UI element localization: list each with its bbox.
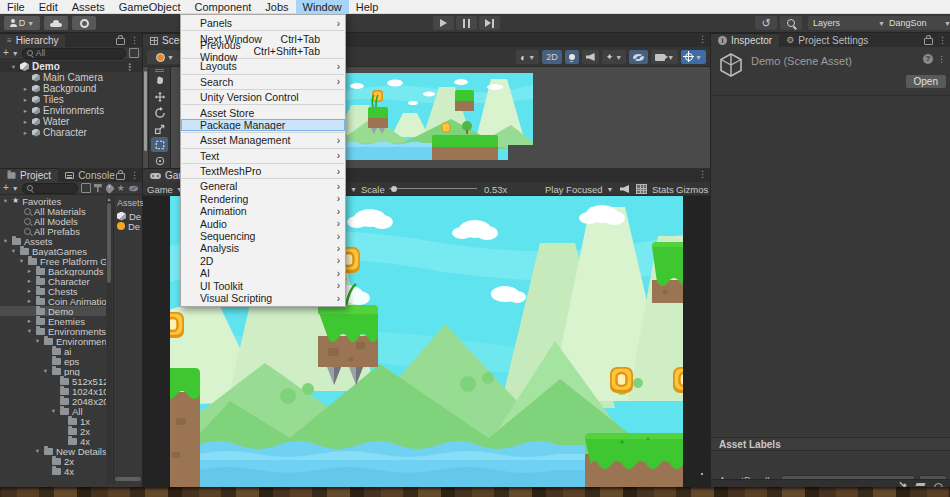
project-search-input[interactable] bbox=[22, 183, 78, 194]
draw-mode-dropdown[interactable]: ◐▼ bbox=[516, 50, 539, 64]
hierarchy-item[interactable]: ▸ Water bbox=[0, 116, 142, 127]
lock-icon[interactable] bbox=[924, 38, 933, 45]
project-tree-item[interactable]: ▾ png bbox=[0, 366, 106, 376]
undo-history-button[interactable]: ↺ bbox=[755, 16, 777, 30]
lock-icon[interactable] bbox=[116, 173, 125, 180]
project-tree-item[interactable]: ▸ Character bbox=[0, 276, 106, 286]
play-button[interactable] bbox=[433, 16, 454, 30]
menu-item[interactable]: Rendering › bbox=[181, 193, 345, 205]
project-asset-item[interactable]: De bbox=[114, 211, 144, 221]
2d-toggle[interactable]: 2D bbox=[542, 50, 562, 64]
project-tree-item[interactable]: ai bbox=[0, 346, 106, 356]
transform-tool-button[interactable] bbox=[151, 153, 168, 168]
menu-item[interactable]: Analysis › bbox=[181, 242, 345, 254]
menubar-item[interactable]: Help bbox=[349, 0, 386, 14]
panel-menu-icon[interactable]: ⋮ bbox=[938, 35, 947, 45]
project-tree-item[interactable]: 1x bbox=[0, 416, 106, 426]
scale-slider[interactable] bbox=[389, 188, 477, 189]
project-tree-item[interactable]: ▸ Coin Animation bbox=[0, 296, 106, 306]
menu-item[interactable]: Previous Window Ctrl+Shift+Tab bbox=[181, 45, 345, 57]
pause-button[interactable] bbox=[456, 16, 477, 30]
add-gameobject-button[interactable]: + bbox=[3, 48, 9, 58]
menu-item[interactable]: Sequencing › bbox=[181, 230, 345, 242]
tab-inspector[interactable]: Inspector bbox=[711, 33, 779, 47]
tools-grip[interactable] bbox=[149, 67, 170, 72]
tab-project-settings[interactable]: ⚙ Project Settings bbox=[779, 34, 875, 47]
hierarchy-item[interactable]: ▸ Character bbox=[0, 127, 142, 138]
play-focused-dropdown[interactable]: Play Focused ▼ bbox=[545, 184, 614, 195]
menubar-item[interactable]: Assets bbox=[65, 0, 112, 14]
effects-dropdown[interactable]: ✦▼ bbox=[602, 50, 626, 64]
gizmos-dropdown[interactable]: ▼ bbox=[681, 50, 706, 64]
rect-tool-button[interactable] bbox=[151, 137, 168, 152]
project-tree-item[interactable]: 4x bbox=[0, 436, 106, 446]
project-tree-item[interactable]: 512x512 bbox=[0, 376, 106, 386]
create-asset-button[interactable]: + bbox=[3, 183, 9, 193]
project-tree-item[interactable]: 2x bbox=[0, 426, 106, 436]
scene-menu-icon[interactable]: ⋮ bbox=[125, 62, 134, 72]
menu-item[interactable]: 2D › bbox=[181, 255, 345, 267]
game-mode-dropdown[interactable]: Game ▼ bbox=[147, 184, 183, 195]
column-hscrollbar[interactable] bbox=[115, 477, 141, 481]
project-tree-item[interactable]: eps bbox=[0, 356, 106, 366]
menu-item[interactable]: Layouts › bbox=[181, 60, 345, 72]
menu-item[interactable]: Panels › bbox=[181, 17, 345, 29]
project-tree-item[interactable]: 2048x20 bbox=[0, 396, 106, 406]
project-tree-item[interactable]: ▾ All bbox=[0, 406, 106, 416]
mute-audio-icon[interactable] bbox=[620, 185, 629, 193]
favorites-filter-icon[interactable]: ★ bbox=[117, 184, 125, 192]
services-button[interactable] bbox=[72, 16, 96, 30]
menu-item[interactable]: Unity Version Control bbox=[181, 91, 345, 103]
project-tree-item[interactable]: ▾ Assets bbox=[0, 236, 106, 246]
project-tree-item[interactable]: ▸ Backgrounds bbox=[0, 266, 106, 276]
scale-slider-knob[interactable] bbox=[391, 186, 397, 192]
scene-vscrollbar[interactable] bbox=[144, 71, 147, 151]
menu-item[interactable]: Text › bbox=[181, 150, 345, 162]
menubar-item[interactable]: Component bbox=[187, 0, 258, 14]
scale-tool-button[interactable] bbox=[151, 121, 168, 136]
search-everywhere-button[interactable] bbox=[780, 16, 802, 30]
project-tree-item[interactable]: ▾ New Details ( bbox=[0, 446, 106, 456]
menu-item[interactable]: Asset Store bbox=[181, 106, 345, 118]
hidden-packages-icon[interactable] bbox=[129, 185, 138, 191]
project-tree-item[interactable]: All Prefabs bbox=[0, 226, 106, 236]
menubar-item[interactable]: Window bbox=[296, 0, 349, 14]
project-tree-item[interactable]: ▸ Enemies bbox=[0, 316, 106, 326]
menu-item[interactable]: UI Toolkit › bbox=[181, 279, 345, 291]
hierarchy-item[interactable]: ▸ Background bbox=[0, 83, 142, 94]
chevron-down-icon[interactable]: ▼ bbox=[12, 185, 19, 192]
lighting-toggle[interactable] bbox=[565, 50, 579, 64]
lock-icon[interactable] bbox=[116, 38, 125, 45]
project-tree-item[interactable]: ▾ Environments bbox=[0, 336, 106, 346]
hierarchy-item[interactable]: ▸ Tiles bbox=[0, 94, 142, 105]
menu-item[interactable]: Search › bbox=[181, 76, 345, 88]
scene-root-row[interactable]: ▾ Demo ⋮ bbox=[0, 61, 142, 72]
hand-tool-button[interactable] bbox=[151, 73, 168, 88]
panel-menu-icon[interactable]: ⋮ bbox=[130, 35, 139, 45]
vsync-grid-icon[interactable] bbox=[636, 184, 647, 194]
stats-button[interactable]: Stats bbox=[652, 184, 674, 195]
project-tree-item[interactable]: ▾ BayatGames bbox=[0, 246, 106, 256]
move-tool-button[interactable] bbox=[151, 89, 168, 104]
layers-dropdown[interactable]: Layers ▼ bbox=[808, 16, 890, 30]
scene-visibility-toggle[interactable] bbox=[629, 50, 648, 64]
hierarchy-item[interactable]: Main Camera bbox=[0, 72, 142, 83]
hierarchy-item[interactable]: ▸ Environments bbox=[0, 105, 142, 116]
project-tree-item[interactable]: 1024x10 bbox=[0, 386, 106, 396]
rotate-tool-button[interactable] bbox=[151, 105, 168, 120]
search-by-type-icon[interactable] bbox=[81, 183, 91, 193]
account-button[interactable]: D ▼ bbox=[4, 16, 40, 30]
hierarchy-search-input[interactable]: All bbox=[22, 48, 126, 59]
cloud-button[interactable] bbox=[44, 16, 68, 30]
menubar-item[interactable]: File bbox=[0, 0, 32, 14]
project-tree-item[interactable]: 2x bbox=[0, 456, 106, 466]
panel-menu-icon[interactable]: ⋮ bbox=[130, 170, 139, 180]
layout-dropdown[interactable]: DangSon ▼ bbox=[884, 16, 950, 30]
menubar-item[interactable]: Jobs bbox=[258, 0, 295, 14]
menu-item[interactable]: TextMeshPro › bbox=[181, 165, 345, 177]
label-filter-icon[interactable] bbox=[104, 183, 115, 194]
aspect-dropdown[interactable]: ▼ bbox=[350, 186, 357, 193]
step-button[interactable] bbox=[479, 16, 500, 30]
tab-console[interactable]: Console bbox=[58, 169, 122, 182]
project-tree-item[interactable]: ▾ Environments bbox=[0, 326, 106, 336]
